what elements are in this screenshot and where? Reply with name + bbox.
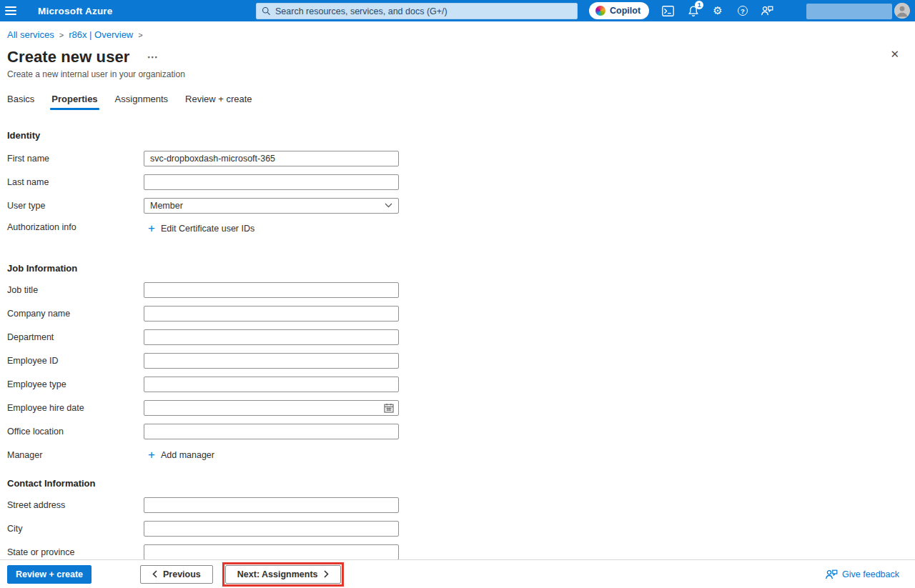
search-icon (262, 6, 271, 16)
form-row: State or province (7, 540, 908, 559)
tab-properties[interactable]: Properties (51, 94, 97, 110)
close-icon[interactable]: ✕ (890, 49, 899, 59)
company-name-label: Company name (7, 309, 144, 319)
page-subtitle: Create a new internal user in your organ… (7, 69, 908, 79)
plus-icon: + (148, 450, 155, 460)
breadcrumb-all-services[interactable]: All services (7, 29, 54, 40)
azure-portal-window: Microsoft Azure Copilot 1 ⚙ ? All s (0, 0, 915, 588)
state-province-label: State or province (7, 547, 144, 557)
plus-icon: + (148, 224, 155, 234)
last-name-label: Last name (7, 177, 144, 187)
form-row: Authorization info + Edit Certificate us… (7, 217, 908, 246)
office-location-field[interactable] (144, 424, 399, 439)
section-title-identity: Identity (7, 130, 908, 141)
notification-badge: 1 (695, 1, 703, 9)
employee-type-label: Employee type (7, 379, 144, 389)
form-row: Street address (7, 493, 908, 517)
user-type-label: User type (7, 201, 144, 211)
section-title-contact: Contact Information (7, 478, 908, 489)
tab-assignments[interactable]: Assignments (115, 94, 168, 110)
office-location-label: Office location (7, 427, 144, 437)
notifications-bell-icon[interactable]: 1 (686, 4, 701, 18)
company-name-field[interactable] (144, 306, 399, 322)
form-row: Employee type (7, 372, 908, 396)
footer-bar: Review + create Previous Next: Assignmen… (0, 559, 915, 588)
state-province-field[interactable] (144, 544, 399, 560)
authorization-info-label: Authorization info (7, 217, 144, 232)
street-address-field[interactable] (144, 497, 399, 513)
employee-type-field[interactable] (144, 377, 399, 392)
main-content: All services > r86x | Overview > Create … (0, 21, 915, 559)
add-manager-link[interactable]: + Add manager (148, 450, 214, 460)
calendar-icon[interactable] (384, 403, 394, 413)
manager-label: Manager (7, 450, 144, 460)
form-row: Company name (7, 302, 908, 325)
more-options-icon[interactable]: ⋯ (147, 54, 158, 61)
previous-button[interactable]: Previous (140, 565, 213, 584)
top-bar: Microsoft Azure Copilot 1 ⚙ ? (0, 0, 915, 21)
product-title: Microsoft Azure (38, 0, 113, 21)
job-title-label: Job title (7, 285, 144, 295)
chevron-right-icon (324, 570, 329, 578)
job-title-field[interactable] (144, 282, 399, 298)
chevron-left-icon (152, 570, 157, 578)
city-field[interactable] (144, 521, 399, 537)
global-search[interactable] (256, 3, 578, 19)
give-feedback-link[interactable]: Give feedback (825, 569, 899, 580)
employee-hire-date-label: Employee hire date (7, 403, 144, 413)
edit-certificate-user-ids-link[interactable]: + Edit Certificate user IDs (148, 224, 254, 234)
breadcrumb-resource[interactable]: r86x | Overview (69, 29, 133, 40)
employee-id-field[interactable] (144, 353, 399, 369)
chevron-right-icon: > (138, 31, 142, 39)
feedback-icon (825, 569, 838, 580)
chevron-right-icon: > (59, 31, 64, 39)
city-label: City (7, 524, 144, 534)
wizard-tabs: Basics Properties Assignments Review + c… (7, 94, 908, 110)
account-info-redacted (806, 4, 892, 19)
settings-gear-icon[interactable]: ⚙ (711, 4, 725, 18)
form-row: Employee hire date (7, 396, 908, 419)
form-row: First name (7, 146, 908, 170)
department-field[interactable] (144, 329, 399, 345)
employee-hire-date-field[interactable] (144, 400, 399, 416)
account-avatar[interactable] (894, 3, 910, 19)
user-type-dropdown[interactable]: Member (144, 198, 399, 214)
hamburger-menu-icon[interactable] (4, 5, 17, 16)
form-row: Job title (7, 278, 908, 302)
form-row: Employee ID (7, 349, 908, 372)
review-create-button[interactable]: Review + create (7, 565, 92, 584)
form-row: City (7, 517, 908, 540)
copilot-button[interactable]: Copilot (589, 2, 649, 19)
annotation-highlight-box: Next: Assignments (222, 562, 344, 587)
section-title-job: Job Information (7, 263, 908, 274)
tab-review-create[interactable]: Review + create (185, 94, 252, 110)
form-row: Manager + Add manager (7, 443, 908, 467)
department-label: Department (7, 332, 144, 342)
first-name-field[interactable] (144, 151, 399, 166)
first-name-label: First name (7, 154, 144, 164)
street-address-label: Street address (7, 500, 144, 510)
copilot-icon (595, 6, 605, 16)
form-row: User type Member (7, 194, 908, 217)
search-input[interactable] (275, 6, 572, 16)
chevron-down-icon (385, 203, 392, 208)
form-row: Department (7, 325, 908, 349)
form-row: Last name (7, 170, 908, 194)
last-name-field[interactable] (144, 174, 399, 190)
breadcrumb: All services > r86x | Overview > (7, 29, 908, 40)
tab-basics[interactable]: Basics (7, 94, 34, 110)
user-type-value: Member (150, 201, 183, 211)
feedback-icon[interactable] (760, 4, 774, 18)
cloud-shell-icon[interactable] (661, 4, 675, 18)
employee-id-label: Employee ID (7, 356, 144, 366)
help-icon[interactable]: ? (736, 4, 750, 18)
form-row: Office location (7, 419, 908, 443)
next-assignments-button[interactable]: Next: Assignments (225, 565, 341, 584)
page-title: Create new user (7, 48, 129, 66)
